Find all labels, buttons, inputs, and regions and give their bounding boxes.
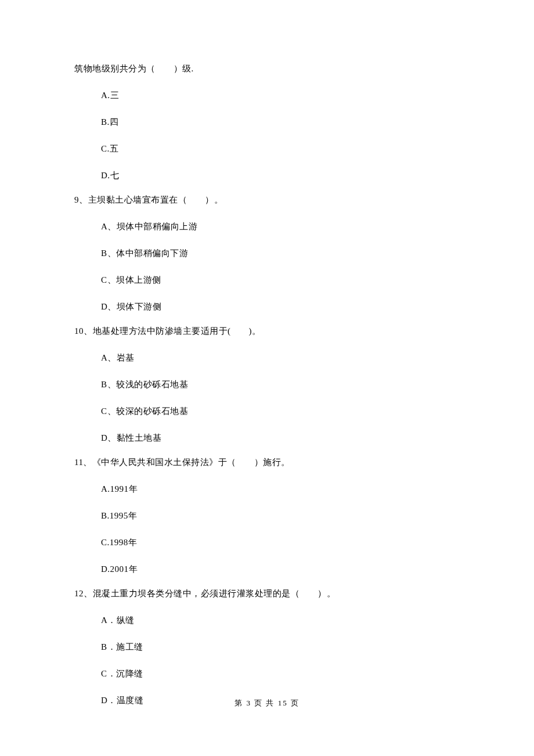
page-footer: 第 3 页 共 15 页 [0,698,534,708]
option-d: D.2001年 [101,562,464,576]
option-a: A.三 [101,88,464,102]
question-stem: 10、地基处理方法中防渗墙主要适用于( )。 [74,324,464,338]
option-b: B.四 [101,115,464,129]
option-a: A．纵缝 [101,613,464,627]
question-9: 9、主坝黏土心墙宜布置在（ ）。 A、坝体中部稍偏向上游 B、体中部稍偏向下游 … [74,193,464,314]
option-c: C.1998年 [101,535,464,549]
option-b: B、体中部稍偏向下游 [101,246,464,260]
option-c: C.五 [101,142,464,156]
page: 筑物地级别共分为（ ）级. A.三 B.四 C.五 D.七 9、主坝黏土心墙宜布… [0,0,534,756]
option-c: C、较深的砂砾石地基 [101,404,464,418]
option-c: C．沉降缝 [101,667,464,681]
question-12: 12、混凝土重力坝各类分缝中，必须进行灌浆处理的是（ ）。 A．纵缝 B．施工缝… [74,586,464,707]
question-stem: 11、《中华人民共和国水土保持法》于（ ）施行。 [74,455,464,469]
question-11: 11、《中华人民共和国水土保持法》于（ ）施行。 A.1991年 B.1995年… [74,455,464,576]
option-a: A、坝体中部稍偏向上游 [101,219,464,233]
option-b: B、较浅的砂砾石地基 [101,377,464,391]
option-c: C、坝体上游侧 [101,273,464,287]
option-b: B．施工缝 [101,640,464,654]
question-stem: 12、混凝土重力坝各类分缝中，必须进行灌浆处理的是（ ）。 [74,586,464,600]
option-b: B.1995年 [101,509,464,523]
question-stem: 9、主坝黏土心墙宜布置在（ ）。 [74,193,464,207]
question-stem: 筑物地级别共分为（ ）级. [74,62,464,75]
option-d: D、黏性土地基 [101,431,464,445]
question-10: 10、地基处理方法中防渗墙主要适用于( )。 A、岩基 B、较浅的砂砾石地基 C… [74,324,464,445]
option-a: A.1991年 [101,482,464,496]
option-d: D.七 [101,168,464,182]
question-8-continued: 筑物地级别共分为（ ）级. A.三 B.四 C.五 D.七 [74,62,464,182]
option-d: D、坝体下游侧 [101,300,464,314]
option-a: A、岩基 [101,351,464,365]
